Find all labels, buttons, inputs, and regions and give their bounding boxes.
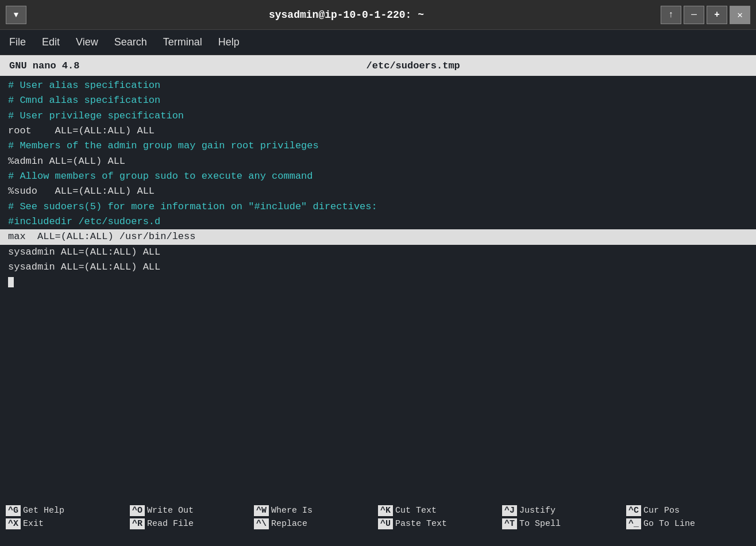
- window-maximize-button[interactable]: +: [707, 6, 727, 24]
- window-minimize-button[interactable]: ─: [684, 6, 704, 24]
- shortcut-label: Cut Text: [395, 506, 437, 516]
- menu-item-edit[interactable]: Edit: [42, 36, 60, 48]
- shortcut-label: Read File: [147, 519, 194, 529]
- shortcut-key[interactable]: ^T: [502, 518, 517, 529]
- shortcut-label: Exit: [23, 519, 44, 529]
- shortcut-key[interactable]: ^_: [626, 518, 641, 529]
- shortcut-key[interactable]: ^O: [130, 505, 145, 516]
- menu-bar: FileEditViewSearchTerminalHelp: [0, 30, 756, 55]
- editor-line: %sudo ALL=(ALL:ALL) ALL: [0, 184, 756, 199]
- shortcut-item: ^TTo Spell: [502, 518, 626, 529]
- shortcut-label: To Spell: [519, 519, 561, 529]
- window-up-button[interactable]: ↑: [661, 6, 681, 24]
- shortcut-label: Paste Text: [395, 519, 447, 529]
- window-close-button[interactable]: ✕: [730, 6, 750, 24]
- editor-line: [0, 275, 756, 290]
- shortcut-label: Write Out: [147, 506, 194, 516]
- menu-item-search[interactable]: Search: [114, 36, 147, 48]
- shortcut-label: Justify: [519, 506, 556, 516]
- shortcut-key[interactable]: ^K: [378, 505, 393, 516]
- editor-line: # Allow members of group sudo to execute…: [0, 169, 756, 184]
- shortcut-key[interactable]: ^C: [626, 505, 641, 516]
- shortcut-key[interactable]: ^X: [6, 518, 21, 529]
- shortcut-label: Cur Pos: [643, 506, 680, 516]
- editor-line: %admin ALL=(ALL) ALL: [0, 154, 756, 169]
- shortcut-key[interactable]: ^G: [6, 505, 21, 516]
- dropdown-icon: ▼: [14, 10, 18, 20]
- shortcut-key[interactable]: ^U: [378, 518, 393, 529]
- editor-area[interactable]: # User alias specification# Cmnd alias s…: [0, 76, 756, 489]
- window-title: sysadmin@ip-10-0-1-220: ~: [32, 9, 661, 21]
- editor-line: # See sudoers(5) for more information on…: [0, 199, 756, 214]
- editor-line: # Members of the admin group may gain ro…: [0, 139, 756, 153]
- shortcut-key[interactable]: ^R: [130, 518, 145, 529]
- window-controls: ↑ ─ + ✕: [661, 6, 750, 24]
- shortcut-label: Where Is: [271, 506, 313, 516]
- shortcut-item: ^\Replace: [254, 518, 378, 529]
- shortcut-item: ^KCut Text: [378, 505, 502, 516]
- editor-line: # User privilege specification: [0, 109, 756, 124]
- editor-line: sysadmin ALL=(ALL:ALL) ALL: [0, 260, 756, 275]
- shortcut-item: ^RRead File: [130, 518, 254, 529]
- shortcut-label: Replace: [271, 519, 307, 529]
- shortcut-item: ^UPaste Text: [378, 518, 502, 529]
- title-bar: ▼ sysadmin@ip-10-0-1-220: ~ ↑ ─ + ✕: [0, 0, 756, 30]
- nano-filename: /etc/sudoers.tmp: [79, 60, 747, 71]
- editor-line: sysadmin ALL=(ALL:ALL) ALL: [0, 245, 756, 260]
- shortcut-label: Go To Line: [643, 519, 695, 529]
- editor-line: root ALL=(ALL:ALL) ALL: [0, 124, 756, 139]
- shortcut-bar: ^GGet Help^OWrite Out^WWhere Is^KCut Tex…: [0, 489, 756, 546]
- editor-line: #includedir /etc/sudoers.d: [0, 214, 756, 229]
- window-menu-button[interactable]: ▼: [6, 6, 26, 24]
- shortcut-label: Get Help: [23, 506, 64, 516]
- shortcut-row: ^XExit^RRead File^\Replace^UPaste Text^T…: [0, 517, 756, 530]
- editor-line: # User alias specification: [0, 78, 756, 93]
- editor-line: # Cmnd alias specification: [0, 93, 756, 108]
- menu-item-help[interactable]: Help: [218, 36, 240, 48]
- shortcut-key[interactable]: ^W: [254, 505, 269, 516]
- menu-item-file[interactable]: File: [9, 36, 26, 48]
- shortcut-item: ^WWhere Is: [254, 505, 378, 516]
- shortcut-row: ^GGet Help^OWrite Out^WWhere Is^KCut Tex…: [0, 504, 756, 517]
- editor-line: max ALL=(ALL:ALL) /usr/bin/less: [0, 229, 756, 244]
- nano-header: GNU nano 4.8 /etc/sudoers.tmp: [0, 55, 756, 76]
- shortcut-key[interactable]: ^J: [502, 505, 517, 516]
- menu-item-view[interactable]: View: [76, 36, 98, 48]
- shortcut-item: ^_Go To Line: [626, 518, 750, 529]
- nano-version: GNU nano 4.8: [9, 60, 79, 71]
- menu-item-terminal[interactable]: Terminal: [163, 36, 202, 48]
- shortcut-item: ^XExit: [6, 518, 130, 529]
- shortcut-item: ^JJustify: [502, 505, 626, 516]
- shortcut-key[interactable]: ^\: [254, 518, 269, 529]
- shortcut-item: ^CCur Pos: [626, 505, 750, 516]
- shortcut-item: ^GGet Help: [6, 505, 130, 516]
- shortcut-item: ^OWrite Out: [130, 505, 254, 516]
- cursor: [8, 277, 14, 287]
